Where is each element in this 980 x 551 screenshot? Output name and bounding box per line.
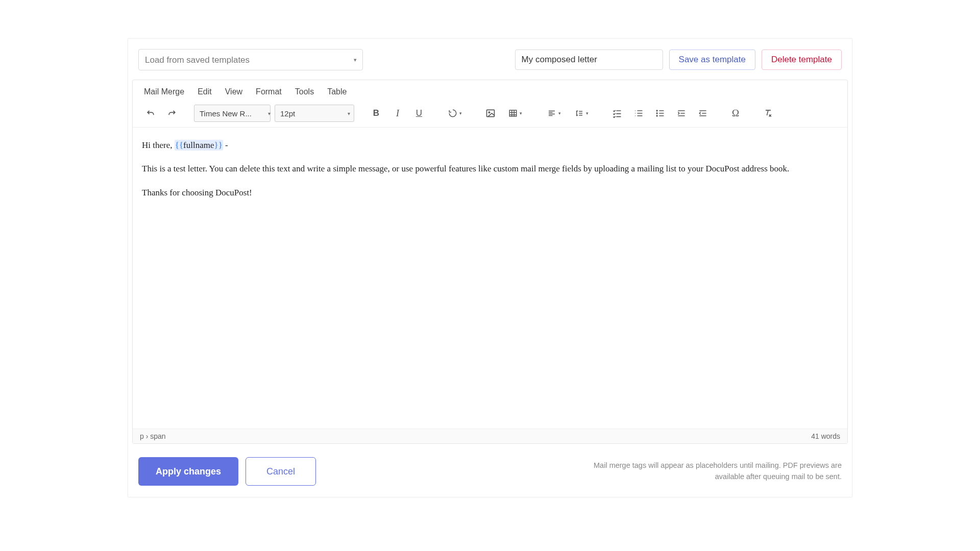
checklist-button[interactable]	[608, 105, 626, 122]
footer-note: Mail merge tags will appear as placehold…	[571, 460, 842, 483]
menu-tools[interactable]: Tools	[295, 87, 314, 96]
special-character-button[interactable]: Ω	[727, 105, 744, 122]
letter-title-input[interactable]	[515, 49, 663, 70]
apply-changes-button[interactable]: Apply changes	[138, 457, 238, 486]
svg-point-1	[488, 112, 490, 113]
editor-statusbar: p › span 41 words	[133, 429, 847, 443]
merge-tag-fullname: {{fullname}}	[175, 140, 223, 151]
svg-rect-0	[487, 110, 495, 116]
underline-button[interactable]: U	[410, 105, 428, 122]
chevron-down-icon: ▾	[586, 111, 589, 116]
rich-text-editor: Mail Merge Edit View Format Tools Table …	[132, 80, 848, 444]
delete-template-button[interactable]: Delete template	[762, 49, 842, 70]
outdent-button[interactable]	[694, 105, 712, 122]
load-template-select[interactable]: Load from saved templates	[138, 49, 363, 70]
insert-image-button[interactable]	[482, 105, 499, 122]
menu-view[interactable]: View	[225, 87, 242, 96]
menu-format[interactable]: Format	[256, 87, 282, 96]
undo-button[interactable]	[142, 105, 159, 122]
font-size-select[interactable]	[275, 105, 354, 122]
line-height-button[interactable]: ▾	[570, 105, 593, 122]
word-count: 41 words	[811, 432, 840, 440]
insert-table-button[interactable]: ▾	[503, 105, 527, 122]
menu-edit[interactable]: Edit	[198, 87, 212, 96]
history-dropdown-button[interactable]: ▾	[443, 105, 467, 122]
menu-mail-merge[interactable]: Mail Merge	[144, 87, 184, 96]
chevron-down-icon: ▾	[558, 111, 561, 116]
bottom-row: Apply changes Cancel Mail merge tags wil…	[128, 448, 852, 497]
svg-rect-2	[509, 110, 517, 116]
svg-point-3	[656, 110, 657, 111]
svg-point-4	[656, 113, 657, 114]
editor-menubar: Mail Merge Edit View Format Tools Table	[133, 80, 847, 102]
font-family-select[interactable]	[194, 105, 271, 122]
save-as-template-button[interactable]: Save as template	[669, 49, 755, 70]
cancel-button[interactable]: Cancel	[246, 457, 316, 486]
align-button[interactable]: ▾	[542, 105, 566, 122]
bold-button[interactable]: B	[368, 105, 385, 122]
menu-table[interactable]: Table	[327, 87, 347, 96]
editor-content[interactable]: Hi there, {{fullname}} - This is a test …	[133, 128, 847, 429]
greeting-post: -	[223, 140, 228, 150]
bullet-list-button[interactable]	[651, 105, 669, 122]
numbered-list-button[interactable]	[630, 105, 647, 122]
top-row: Load from saved templates ▾ Save as temp…	[128, 39, 852, 80]
italic-button[interactable]: I	[389, 105, 406, 122]
chevron-down-icon: ▾	[459, 111, 462, 116]
chevron-down-icon: ▾	[520, 111, 522, 116]
greeting-pre: Hi there,	[142, 140, 175, 150]
redo-button[interactable]	[163, 105, 181, 122]
body-paragraph: This is a test letter. You can delete th…	[142, 162, 838, 176]
clear-formatting-button[interactable]	[760, 105, 777, 122]
indent-button[interactable]	[673, 105, 690, 122]
thanks-paragraph: Thanks for choosing DocuPost!	[142, 186, 838, 199]
element-path[interactable]: p › span	[140, 432, 811, 440]
editor-panel: Load from saved templates ▾ Save as temp…	[128, 38, 852, 497]
svg-point-5	[656, 115, 657, 116]
editor-toolbar: ▾ ▾ B I U ▾	[133, 102, 847, 128]
template-select-wrap: Load from saved templates ▾	[138, 49, 363, 70]
